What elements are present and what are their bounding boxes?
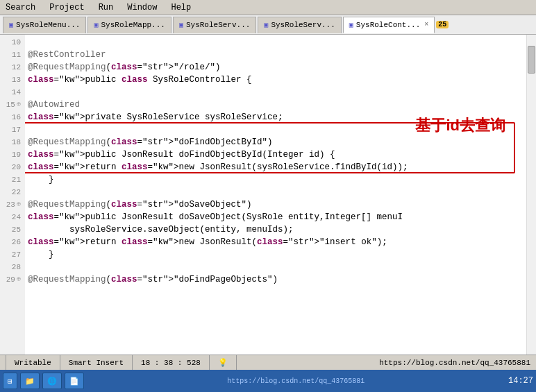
- tab-3[interactable]: ▣ SysRoleServ...: [258, 17, 341, 33]
- code-area[interactable]: 基于id去查询 @RestController@RequestMapping(c…: [25, 35, 526, 355]
- menu-run[interactable]: Run: [96, 2, 117, 13]
- tab-icon-0: ▣: [9, 21, 13, 29]
- taskbar-btn-browser[interactable]: 🌐: [42, 373, 62, 389]
- tab-icon-1: ▣: [94, 21, 98, 29]
- status-insert: Smart Insert: [60, 355, 133, 370]
- tab-bar: ▣ SysRoleMenu... ▣ SysRoleMapp... ▣ SysR…: [0, 15, 536, 35]
- code-line-19: class="kw">public JsonResult doFindObjec…: [28, 148, 524, 161]
- taskbar-time: 14:27: [508, 376, 533, 386]
- code-line-13: class="kw">public class SysRoleControlle…: [28, 74, 524, 86]
- taskbar-url: https://blog.csdn.net/qq_43765881: [227, 377, 365, 385]
- tab-1[interactable]: ▣ SysRoleMapp...: [87, 17, 171, 33]
- code-line-28: [28, 261, 524, 273]
- code-line-25: sysRoleService.saveObject(entity, menuId…: [28, 223, 524, 236]
- code-line-11: @RestController: [28, 49, 524, 61]
- code-line-10: [28, 36, 524, 49]
- code-line-12: @RequestMapping(class="str">"/role/"): [28, 61, 524, 74]
- statusbar: Writable Smart Insert 18 : 38 : 528 💡 ht…: [0, 355, 536, 370]
- menu-project[interactable]: Project: [47, 2, 87, 13]
- tab-icon-2: ▣: [179, 21, 183, 29]
- menu-window[interactable]: Window: [124, 2, 160, 13]
- status-url: https://blog.csdn.net/qq_43765881: [379, 359, 530, 367]
- code-line-24: class="kw">public JsonResult doSaveObjec…: [28, 211, 524, 223]
- tab-close-4[interactable]: ×: [424, 21, 428, 28]
- tab-icon-3: ▣: [264, 21, 268, 29]
- line-numbers: 1011121314151617181920212223242526272829: [0, 35, 25, 355]
- taskbar-btn-files[interactable]: 📁: [20, 373, 40, 389]
- taskbar: ⊞ 📁 🌐 📄 https://blog.csdn.net/qq_4376588…: [0, 370, 536, 392]
- tab-0[interactable]: ▣ SysRoleMenu...: [3, 17, 86, 33]
- tab-label-2: SysRoleServ...: [186, 21, 250, 29]
- code-line-17: [28, 123, 524, 136]
- code-line-26: class="kw">return class="kw">new JsonRes…: [28, 236, 524, 248]
- vertical-scrollbar[interactable]: [526, 35, 536, 355]
- tab-icon-4: ▣: [349, 21, 353, 29]
- tab-label-4: SysRoleCont...: [356, 21, 420, 29]
- code-line-29: @RequestMapping(class="str">"doFindPageO…: [28, 273, 524, 286]
- scrollbar-thumb[interactable]: [528, 46, 535, 74]
- taskbar-btn-app[interactable]: 📄: [65, 373, 84, 389]
- tab-4[interactable]: ▣ SysRoleCont... ×: [343, 17, 435, 33]
- code-line-23: @RequestMapping(class="str">"doSaveObjec…: [28, 198, 524, 211]
- tab-label-3: SysRoleServ...: [271, 21, 335, 29]
- code-line-15: @Autowired: [28, 99, 524, 111]
- code-line-14: [28, 86, 524, 99]
- tab-label-0: SysRoleMenu...: [16, 21, 80, 29]
- code-line-27: }: [28, 248, 524, 261]
- code-line-22: [28, 186, 524, 198]
- tab-2[interactable]: ▣ SysRoleServ...: [173, 17, 256, 33]
- menubar: Search Project Run Window Help: [0, 0, 536, 15]
- status-icon: 💡: [210, 355, 237, 370]
- code-line-18: @RequestMapping(class="str">"doFindObjec…: [28, 136, 524, 148]
- tab-label-1: SysRoleMapp...: [101, 21, 165, 29]
- editor-container: 1011121314151617181920212223242526272829…: [0, 35, 536, 355]
- menu-search[interactable]: Search: [3, 2, 38, 13]
- tab-count-badge: 25: [436, 21, 449, 28]
- menu-help[interactable]: Help: [168, 2, 194, 13]
- status-position: 18 : 38 : 528: [133, 355, 210, 370]
- taskbar-btn-start[interactable]: ⊞: [3, 373, 17, 389]
- code-line-20: class="kw">return class="kw">new JsonRes…: [28, 161, 524, 173]
- status-writable: Writable: [6, 355, 60, 370]
- code-line-16: class="kw">private SysRoleService sysRol…: [28, 111, 524, 123]
- code-line-21: }: [28, 173, 524, 186]
